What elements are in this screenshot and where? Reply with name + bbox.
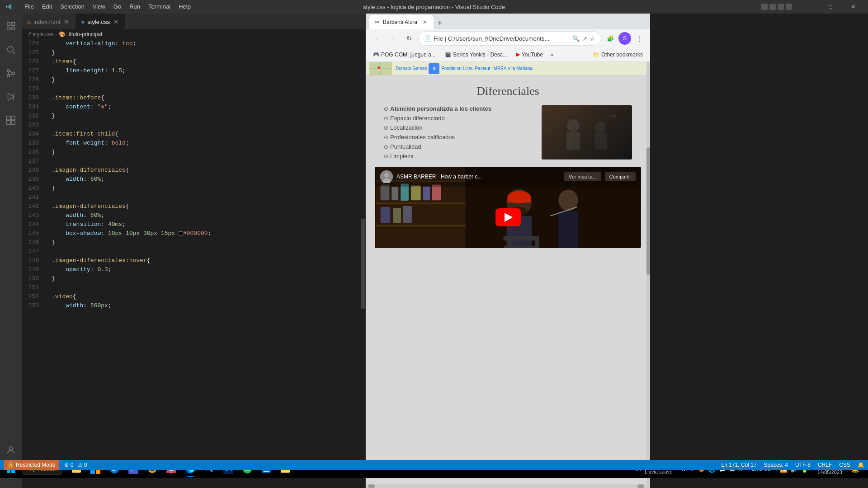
tab-close-style[interactable]: ✕ xyxy=(113,18,120,25)
menu-terminal[interactable]: Terminal xyxy=(145,0,174,14)
refresh-button[interactable]: ↻ xyxy=(402,31,416,46)
svg-point-18 xyxy=(9,447,12,450)
svg-line-10 xyxy=(9,71,12,73)
menu-run[interactable]: Run xyxy=(126,0,144,14)
diferencial-item-2: ⊙ Localización xyxy=(384,124,533,131)
video-container[interactable]: ASMR BARBER - How a barber c... Ver más … xyxy=(375,167,641,248)
notification-bell[interactable]: 🔔 xyxy=(858,462,864,468)
spaces-indicator[interactable]: Spaces: 4 xyxy=(764,462,788,468)
diff-icon-4: ⊙ xyxy=(384,144,388,150)
errors-indicator[interactable]: ⊗ 0 ⚠ 0 xyxy=(64,462,87,468)
activity-account[interactable] xyxy=(0,439,22,461)
vscode-status-bar: 🔒 Restricted Mode ⊗ 0 ⚠ 0 Ln 171, Col 17… xyxy=(0,460,868,470)
map-thumbnail xyxy=(369,62,392,75)
map-label-domain[interactable]: Domain Games xyxy=(396,66,427,71)
maximize-button[interactable]: □ xyxy=(820,0,841,14)
menu-view[interactable]: View xyxy=(89,0,109,14)
profile-icon[interactable]: S xyxy=(618,32,631,45)
breadcrumb: # style.css › 🎨 .titulo-principal xyxy=(22,29,365,39)
forward-button[interactable]: › xyxy=(386,31,400,46)
close-button[interactable]: ✕ xyxy=(843,0,863,14)
ln-col-indicator[interactable]: Ln 171, Col 17 xyxy=(722,462,757,468)
menu-selection[interactable]: Selection xyxy=(57,0,88,14)
code-line-224: vertical-align: top; xyxy=(52,39,365,48)
extensions-icon[interactable]: 🧩 xyxy=(603,31,618,46)
layout-icon-4[interactable] xyxy=(786,4,792,10)
line-ending-indicator[interactable]: CRLF xyxy=(818,462,832,468)
code-line-233 xyxy=(52,121,365,130)
encoding-indicator[interactable]: UTF-8 xyxy=(795,462,811,468)
horizontal-scrollbar-right[interactable] xyxy=(637,484,644,488)
code-line-242: .imagen-diferenciales{ xyxy=(52,202,365,211)
clock-date: 14/05/2023 xyxy=(817,469,842,475)
svg-rect-3 xyxy=(12,27,14,30)
browser-content[interactable]: Domain Games G Fondation Liceu Pasteur I… xyxy=(366,62,650,488)
activity-run-debug[interactable] xyxy=(0,86,22,108)
layout-icon-3[interactable] xyxy=(778,4,784,10)
map-fondation[interactable]: Fondation Liceu Pasteur xyxy=(441,66,490,71)
activity-explorer[interactable] xyxy=(0,15,22,37)
video-play-area[interactable] xyxy=(375,187,641,248)
code-line-241 xyxy=(52,193,365,202)
back-button[interactable]: ‹ xyxy=(369,31,384,46)
browser-menu-icon[interactable]: ⋮ xyxy=(632,31,646,46)
map-imrea[interactable]: IMREA Vila Mariana xyxy=(492,66,533,71)
svg-line-5 xyxy=(13,52,15,54)
video-top-bar: ASMR BARBER - How a barber c... Ver más … xyxy=(375,167,641,187)
new-tab-button[interactable]: + xyxy=(434,17,446,29)
share-icon: ↗ xyxy=(582,35,587,42)
browser-tab-active[interactable]: ✂ Barberia Alura ✕ xyxy=(369,15,434,29)
code-line-248: .imagen-diferenciales:hover{ xyxy=(52,256,365,265)
warning-icon: ⚠ xyxy=(78,462,83,468)
editor-scrollbar-thumb[interactable] xyxy=(361,219,365,309)
tab-close-index[interactable]: ✕ xyxy=(63,18,70,25)
editor-scrollbar[interactable] xyxy=(361,39,365,488)
bookmark-pog[interactable]: 🎮 POG.COM: juegue a... xyxy=(369,50,439,59)
diferencial-item-0: ⊙ Atención personalizda a los clientes xyxy=(384,105,533,112)
svg-point-7 xyxy=(7,75,10,77)
bookmark-folder[interactable]: 📁 Other bookmarks xyxy=(589,50,646,59)
layout-icon-1[interactable] xyxy=(761,4,768,10)
play-button[interactable] xyxy=(495,208,521,226)
code-editor[interactable]: 224 225 226 227 228 229 230 231 232 233 … xyxy=(22,39,365,488)
diff-icon-0: ⊙ xyxy=(384,106,388,112)
svg-rect-2 xyxy=(7,27,10,30)
svg-point-6 xyxy=(7,70,10,72)
diferencial-item-1: ⊙ Espacio diferenciado xyxy=(384,115,533,122)
horizontal-scrollbar[interactable] xyxy=(366,484,646,488)
tab-style-css[interactable]: ◈ style.css ✕ xyxy=(75,14,125,29)
minimize-button[interactable]: — xyxy=(797,0,818,14)
window-title: style.css - logica de progamacion - Visu… xyxy=(363,4,505,10)
menu-edit[interactable]: Edit xyxy=(38,0,56,14)
code-line-246: } xyxy=(52,238,365,247)
activity-source-control[interactable] xyxy=(0,62,22,84)
share-button[interactable]: Compartir xyxy=(605,172,636,181)
bookmarks-more[interactable]: » xyxy=(548,50,555,59)
address-bar[interactable]: 📄 File | C:/Users/sun_f/OneDrive/Documen… xyxy=(418,31,601,46)
browser-tab-close[interactable]: ✕ xyxy=(421,19,428,26)
language-indicator-vscode[interactable]: CSS xyxy=(839,462,850,468)
browser-scrollbar-thumb[interactable] xyxy=(646,147,650,275)
activity-search[interactable] xyxy=(0,39,22,61)
address-text: File | C:/Users/sun_f/OneDrive/Documents… xyxy=(434,35,570,42)
diferenciales-section: Diferenciales ⊙ Atención personalizda a … xyxy=(366,75,650,167)
menu-go[interactable]: Go xyxy=(110,0,125,14)
browser-actions: 🧩 S ⋮ xyxy=(603,31,646,46)
restricted-mode-indicator[interactable]: 🔒 Restricted Mode xyxy=(4,460,59,470)
address-file-icon: 📄 xyxy=(424,35,431,42)
menu-file[interactable]: File xyxy=(21,0,38,14)
browser-scrollbar[interactable] xyxy=(646,62,650,488)
horizontal-scrollbar-left[interactable] xyxy=(368,484,375,488)
code-lines[interactable]: vertical-align: top; } .items{ line-heig… xyxy=(44,39,365,488)
pog-favicon: 🎮 xyxy=(373,52,379,57)
see-more-button[interactable]: Ver más ta... xyxy=(564,172,601,181)
code-line-230: .items::before{ xyxy=(52,94,365,103)
activity-extensions[interactable] xyxy=(0,109,22,131)
menu-help[interactable]: Help xyxy=(175,0,194,14)
tab-index-html[interactable]: ◇ index.html ✕ xyxy=(22,14,75,29)
bookmark-youtube[interactable]: ▶ YouTube xyxy=(513,50,547,59)
code-line-232: } xyxy=(52,112,365,121)
layout-icon-2[interactable] xyxy=(769,4,776,10)
bookmark-series[interactable]: 🎬 Series Yonkis - Desc... xyxy=(441,50,511,59)
play-triangle-icon xyxy=(505,213,513,222)
